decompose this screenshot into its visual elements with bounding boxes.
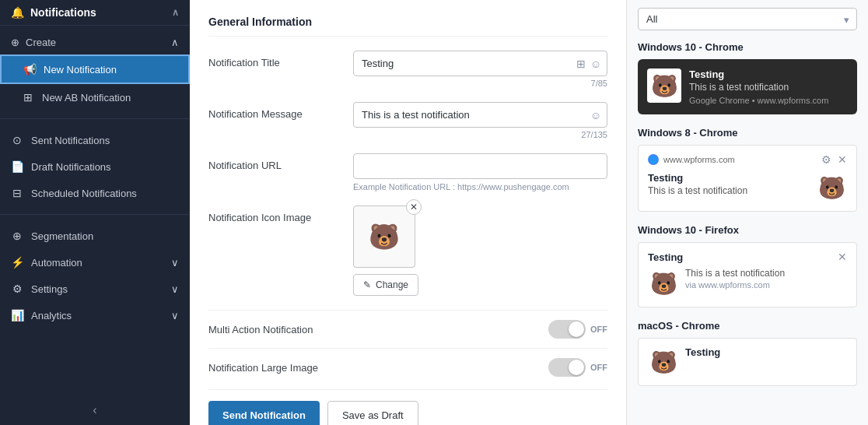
sidebar-header: 🔔 Notifications ∧ — [0, 0, 190, 26]
win8-chrome-actions: ⚙ ✕ — [821, 153, 847, 166]
win8-chrome-body: Testing This is a test notification 🐻 — [648, 172, 847, 203]
multi-action-toggle-track[interactable] — [548, 320, 586, 339]
sidebar-item-new-ab-notification[interactable]: ⊞ New AB Notification — [0, 84, 190, 111]
create-chevron-icon: ∧ — [171, 37, 179, 48]
automation-icon: ⚡ — [11, 256, 23, 269]
win8-chrome-source-url: www.wpforms.com — [663, 155, 735, 164]
multi-action-toggle[interactable]: OFF — [548, 320, 607, 339]
sidebar-collapse-chevron[interactable]: ∧ — [172, 7, 179, 18]
macos-chrome-body: Testing — [685, 346, 847, 358]
preview-win8-chrome-notification: 🌐 www.wpforms.com ⚙ ✕ Testing This is a … — [638, 145, 857, 212]
notification-url-input[interactable] — [353, 153, 607, 179]
preview-win8-chrome-title: Windows 8 - Chrome — [638, 127, 857, 139]
sidebar: 🔔 Notifications ∧ ⊕ Create ∧ 📢 New Notif… — [0, 0, 190, 425]
notification-message-icons: ☺ — [590, 109, 601, 121]
notification-title-input-wrapper: ⊞ ☺ — [353, 51, 607, 76]
sidebar-item-segmentation[interactable]: ⊕ Segmentation — [0, 223, 190, 249]
large-image-toggle-track[interactable] — [548, 358, 586, 377]
macos-chrome-notif-title: Testing — [685, 346, 847, 358]
win10-ff-notif-source: via www.wpforms.com — [685, 280, 847, 290]
ab-test-icon: ⊞ — [22, 91, 34, 104]
macos-chrome-notif-icon: 🐻 — [648, 346, 679, 378]
sidebar-item-settings-label: Settings — [31, 283, 68, 295]
win10-ff-notif-icon: 🐻 — [648, 268, 679, 299]
win10-ff-body: 🐻 This is a test notification via www.wp… — [648, 268, 847, 299]
win10-ff-close-icon[interactable]: ✕ — [838, 251, 847, 263]
create-label: Create — [26, 37, 56, 48]
main-content: General Information Notification Title ⊞… — [190, 0, 868, 425]
sidebar-item-automation-label: Automation — [31, 257, 82, 269]
preview-macos-chrome-notification: 🐻 Testing — [638, 338, 857, 386]
large-image-toggle-label: OFF — [590, 363, 607, 372]
remove-icon-button[interactable]: ✕ — [406, 199, 422, 215]
analytics-icon: 📊 — [11, 309, 23, 321]
sidebar-item-settings[interactable]: ⚙ Settings ∨ — [0, 276, 190, 302]
preview-windows10-firefox-group: Windows 10 - Firefox Testing ✕ 🐻 This is… — [638, 224, 857, 307]
large-image-label: Notification Large Image — [208, 362, 318, 374]
preview-windows10-chrome-group: Windows 10 - Chrome 🐻 Testing This is a … — [638, 41, 857, 114]
notification-message-input[interactable] — [353, 102, 607, 128]
sidebar-header-left: 🔔 Notifications — [11, 6, 96, 19]
preview-win10-firefox-notification: Testing ✕ 🐻 This is a test notification … — [638, 242, 857, 307]
notification-title-control: ⊞ ☺ 7/85 — [353, 51, 607, 88]
change-icon-button[interactable]: ✎ Change — [353, 274, 418, 296]
sidebar-item-sent-notifications[interactable]: ⊙ Sent Notifications — [0, 127, 190, 153]
win8-chrome-notif-message: This is a test notification — [648, 185, 816, 196]
win8-chrome-source-icon: 🌐 — [648, 154, 659, 165]
bear-icon-image: 🐻 — [369, 224, 400, 249]
notification-title-char-count: 7/85 — [353, 79, 607, 88]
preview-filter-select[interactable]: All Windows macOS Android iOS — [638, 8, 857, 30]
win10-chrome-notif-body: Testing This is a test notification Goog… — [689, 68, 848, 105]
win10-chrome-notif-icon: 🐻 — [647, 68, 681, 103]
sidebar-item-scheduled-label: Scheduled Notifications — [31, 188, 137, 199]
preview-win10-firefox-title: Windows 10 - Firefox — [638, 224, 857, 236]
sidebar-item-analytics[interactable]: 📊 Analytics ∨ — [0, 302, 190, 328]
sidebar-create-group[interactable]: ⊕ Create ∧ — [0, 30, 190, 54]
save-draft-button[interactable]: Save as Draft — [327, 401, 418, 425]
win8-chrome-header: 🌐 www.wpforms.com ⚙ ✕ — [648, 153, 847, 166]
sidebar-item-new-ab-notification-label: New AB Notification — [42, 92, 131, 104]
notification-icon-control: 🐻 ✕ ✎ Change — [353, 205, 607, 296]
notification-message-input-wrapper: ☺ — [353, 102, 607, 128]
icon-image-box: 🐻 — [353, 205, 415, 268]
notification-title-row: Notification Title ⊞ ☺ 7/85 — [208, 51, 607, 88]
win8-gear-icon[interactable]: ⚙ — [821, 153, 831, 166]
sidebar-item-scheduled-notifications[interactable]: ⊟ Scheduled Notifications — [0, 180, 190, 206]
preview-windows8-chrome-group: Windows 8 - Chrome 🌐 www.wpforms.com ⚙ ✕… — [638, 127, 857, 212]
table-icon[interactable]: ⊞ — [576, 58, 586, 70]
draft-icon: 📄 — [11, 160, 23, 173]
scheduled-icon: ⊟ — [11, 187, 23, 199]
bell-icon: 🔔 — [11, 6, 24, 19]
win8-chrome-notif-title: Testing — [648, 172, 816, 184]
sidebar-item-draft-label: Draft Notifications — [31, 161, 111, 173]
win10-chrome-notif-title: Testing — [689, 68, 848, 80]
notification-icon-row: Notification Icon Image 🐻 ✕ ✎ Change — [208, 205, 607, 296]
sidebar-divider-2 — [0, 214, 190, 215]
sidebar-item-draft-notifications[interactable]: 📄 Draft Notifications — [0, 153, 190, 180]
preview-macos-chrome-title: macOS - Chrome — [638, 320, 857, 332]
send-notification-button[interactable]: Send Notification — [208, 401, 320, 425]
preview-win10-chrome-title: Windows 10 - Chrome — [638, 41, 857, 53]
large-image-toggle[interactable]: OFF — [548, 358, 607, 377]
win10-chrome-notif-message: This is a test notification — [689, 82, 848, 93]
sidebar-item-automation[interactable]: ⚡ Automation ∨ — [0, 249, 190, 276]
sidebar-notifications-section: ⊙ Sent Notifications 📄 Draft Notificatio… — [0, 122, 190, 211]
notification-message-label: Notification Message — [208, 102, 341, 120]
win10-ff-text: This is a test notification via www.wpfo… — [685, 268, 847, 290]
notification-title-input[interactable] — [353, 51, 607, 76]
message-emoji-icon[interactable]: ☺ — [590, 109, 601, 121]
emoji-icon[interactable]: ☺ — [590, 58, 601, 70]
sidebar-collapse-button[interactable]: ‹ — [93, 403, 96, 417]
sidebar-app-name: Notifications — [30, 6, 96, 19]
notification-icon-label: Notification Icon Image — [208, 205, 341, 223]
sidebar-item-new-notification[interactable]: 📢 New Notification — [0, 54, 190, 84]
preview-panel: All Windows macOS Android iOS Windows 10… — [627, 0, 868, 425]
automation-chevron-icon: ∨ — [171, 257, 179, 269]
win10-ff-notif-title: Testing — [648, 251, 683, 263]
win8-close-icon[interactable]: ✕ — [838, 153, 847, 166]
sidebar-item-new-notification-label: New Notification — [44, 64, 117, 76]
notification-title-icons: ⊞ ☺ — [576, 58, 601, 70]
analytics-chevron-icon: ∨ — [171, 310, 179, 321]
sidebar-item-analytics-label: Analytics — [31, 310, 72, 321]
win10-ff-header: Testing ✕ — [648, 251, 847, 263]
